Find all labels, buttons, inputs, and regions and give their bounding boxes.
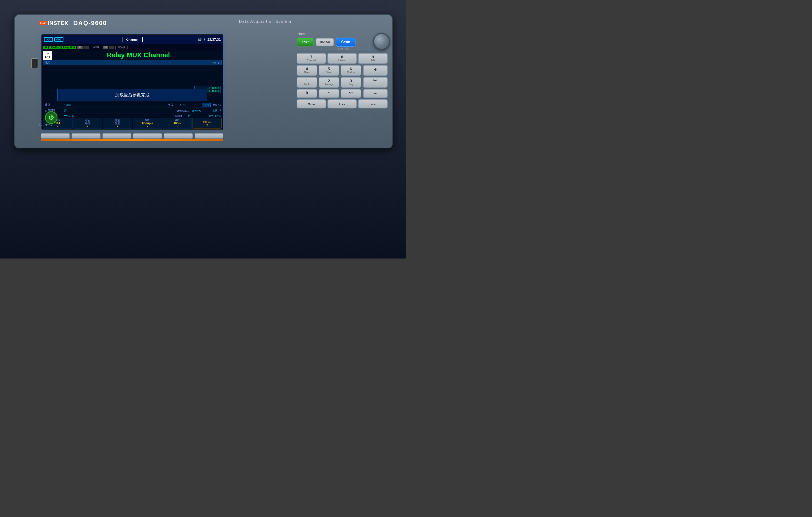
softkey-2[interactable]: [71, 133, 100, 139]
slot2-label: S2: [77, 46, 83, 49]
softkeys: [41, 133, 223, 139]
slot1-channels: 20+2CH: [49, 46, 61, 49]
fn-tag-edit-btn[interactable]: 标签 编辑 ▼: [73, 118, 103, 128]
rotary-knob[interactable]: [373, 33, 390, 50]
model-name: DAQ-9600: [73, 19, 107, 27]
key-4[interactable]: 4 Alarm: [297, 65, 317, 76]
orange-strip: [41, 139, 223, 141]
key-6[interactable]: 6 Module: [341, 65, 361, 76]
monitor-button[interactable]: Monitor: [316, 38, 334, 46]
softkey-1[interactable]: [41, 133, 70, 139]
fn-measure-btn[interactable]: 测量 温度 ▼: [103, 118, 132, 128]
fn-probe-btn[interactable]: 探棒 TCouple ▼: [133, 118, 162, 128]
relay-title: Relay MUX Channel: [54, 50, 223, 59]
lock-button[interactable]: Lock: [327, 99, 357, 109]
fn-speed-btn[interactable]: 速度 400/s ▼: [163, 118, 192, 128]
loc-tag: LOC: [44, 37, 53, 41]
key-0[interactable]: 0: [297, 89, 317, 98]
slot1-label: S1: [43, 46, 48, 49]
key-plusminus[interactable]: +/−: [341, 89, 361, 98]
key-5[interactable]: 5 View: [319, 65, 339, 76]
cdc-tag: CDC: [54, 37, 63, 41]
time-display: 13:37:31: [207, 37, 221, 41]
row-autozero: 自动归零 : 开 SIM(Auto) : 25.64°C 次数 3: [44, 108, 221, 113]
screen-topbar: LOC CDC Channel 🔊 🖥 13:37:31: [42, 35, 223, 44]
scan-button[interactable]: Scan: [336, 37, 355, 47]
settings-header: 设定 AX+B: [43, 60, 222, 65]
topbar-right: 🔊 🖥 13:37:31: [198, 37, 221, 41]
softkey-4[interactable]: [133, 133, 162, 139]
minus-button[interactable]: −: [363, 89, 387, 98]
softkey-3[interactable]: [103, 133, 131, 139]
key-8[interactable]: 8 Interval: [327, 53, 357, 64]
right-panel: Home ESC Monitor Scan — Long Push 7 Chan…: [297, 32, 387, 156]
key-dot[interactable]: ●: [319, 89, 339, 98]
bottom-buttons-row: Menu Lock Local: [297, 99, 387, 109]
settings-area: 设定 AX+B +1.000000 +0.000000 加载最后参数完成 速度 …: [43, 60, 222, 117]
esc-button[interactable]: ESC: [297, 38, 314, 47]
plus-button[interactable]: +: [363, 65, 387, 76]
slot3-none: NONE: [115, 46, 127, 49]
softkey-6[interactable]: [195, 133, 223, 139]
numpad-0-row: 0 ● +/− −: [297, 89, 387, 98]
menu-button[interactable]: Menu: [297, 99, 326, 109]
usb-port: [31, 58, 38, 68]
row-speed: 速度 : 400/s 单位 : °C 平均 警报 #1: [44, 102, 221, 108]
key-7[interactable]: 7 Channel: [297, 53, 326, 64]
softkey-5[interactable]: [164, 133, 193, 139]
slot2-dash: —: [84, 46, 89, 49]
numpad-789-row: 7 Channel 8 Interval 9 Edit: [297, 53, 387, 64]
gw-brand: GW: [39, 21, 47, 25]
popup-message: 加载最后参数完成: [57, 89, 207, 101]
slot2-none: NONE: [90, 46, 102, 49]
key-9[interactable]: 9 Edit: [358, 53, 387, 64]
fn-more-btn[interactable]: 更多 1/3 ▶▶: [192, 118, 222, 128]
key-2[interactable]: 2 Average: [319, 77, 339, 88]
local-button[interactable]: Local: [358, 99, 387, 109]
slot1-type: Relay MUX: [61, 46, 76, 49]
long-push-hint: — Long Push: [297, 48, 387, 50]
on-stby-label: ON / STBY: [38, 124, 52, 126]
brand-subtitle: Data Acquisition System: [239, 19, 291, 24]
brand-logo: GW INSTEK: [39, 20, 68, 26]
slot3-dash: —: [109, 46, 114, 49]
ch-box: CH 101: [43, 51, 52, 60]
function-bar: 通道 101 ▼ 标签 编辑 ▼ 测量 温度 ▼ 探棒 TCouple ▼: [42, 117, 223, 129]
speaker-icon: 🔊: [198, 37, 202, 41]
brand-area: GW INSTEK DAQ-9600: [39, 19, 107, 27]
network-icon: 🖥: [203, 38, 206, 41]
instek-brand: INSTEK: [48, 20, 68, 26]
device-body: GW INSTEK DAQ-9600 Data Acquisition Syst…: [14, 15, 393, 148]
channel-title: Channel: [122, 37, 143, 42]
home-label: Home: [297, 32, 387, 36]
main-screen: LOC CDC Channel 🔊 🖥 13:37:31 S1 20+2CH R…: [41, 34, 223, 130]
slot3-label: S3: [103, 46, 108, 49]
power-button[interactable]: ⏻: [45, 111, 57, 124]
numpad-456-row: 4 Alarm 5 View 6 Module +: [297, 65, 387, 76]
usb-icon: ⇄: [28, 52, 31, 57]
key-3[interactable]: 3 Log: [341, 77, 361, 88]
power-icon: ⏻: [49, 114, 54, 121]
key-1[interactable]: 1 Math: [297, 77, 317, 88]
auto-button[interactable]: Auto: [363, 77, 387, 88]
numpad-123-row: 1 Math 2 Average 3 Log Auto: [297, 77, 387, 88]
